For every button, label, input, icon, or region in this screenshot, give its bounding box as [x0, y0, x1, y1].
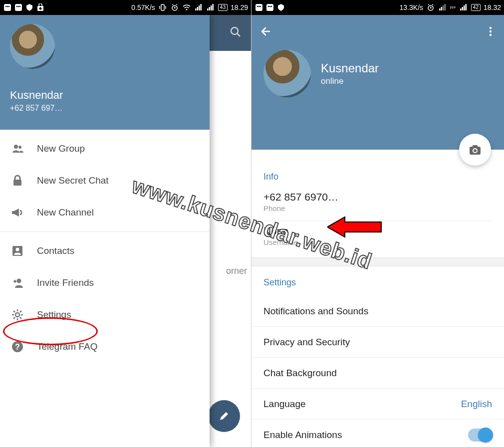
svg-line-40: [13, 317, 15, 319]
status-bar: 13.3K/s H+ 42 18.32: [252, 0, 504, 15]
row-value: English: [461, 399, 492, 410]
svg-rect-21: [209, 7, 210, 10]
alarm-icon: [426, 3, 435, 12]
menu-faq[interactable]: ? Telegram FAQ: [0, 331, 210, 363]
compose-fab[interactable]: [208, 400, 240, 432]
svg-point-49: [268, 6, 269, 7]
svg-line-13: [172, 4, 173, 5]
row-label: Language: [263, 399, 306, 410]
svg-point-47: [260, 6, 261, 7]
menu-contacts[interactable]: Contacts: [0, 235, 210, 267]
battery-level: 42: [471, 4, 481, 11]
svg-point-7: [19, 6, 21, 7]
bag-icon: [36, 3, 45, 12]
menu-label: New Group: [37, 143, 85, 154]
row-notifications[interactable]: Notifications and Sounds: [252, 296, 504, 327]
svg-point-32: [17, 279, 21, 283]
row-background[interactable]: Chat Background: [252, 358, 504, 389]
info-username[interactable]: None Username: [263, 221, 492, 254]
svg-rect-9: [161, 4, 164, 10]
signal-icon: [206, 3, 215, 12]
drawer-name: Kusnendar: [10, 89, 200, 102]
menu-new-channel[interactable]: New Channel: [0, 197, 210, 228]
svg-line-53: [428, 4, 429, 5]
svg-point-3: [8, 6, 10, 7]
menu-settings[interactable]: Settings: [0, 299, 210, 331]
phone-left: 0.57K/s 43 18.29 orner Kusnendar +62 857…: [0, 0, 252, 447]
svg-point-2: [7, 6, 8, 7]
menu-label: Invite Friends: [37, 277, 94, 288]
svg-rect-17: [197, 7, 198, 10]
drawer-phone: +62 857 697…: [10, 104, 200, 113]
info-label: Username: [263, 238, 492, 246]
info-value: None: [263, 225, 492, 237]
svg-point-46: [258, 6, 260, 7]
svg-rect-67: [473, 145, 478, 148]
svg-point-65: [490, 34, 492, 36]
svg-line-41: [20, 311, 21, 312]
hint-text: orner: [226, 264, 247, 277]
signal-icon: [194, 3, 203, 12]
svg-point-6: [18, 6, 19, 7]
status-bar: 0.57K/s 43 18.29: [0, 0, 251, 15]
search-icon[interactable]: [229, 25, 242, 40]
svg-rect-56: [441, 7, 443, 10]
net-speed: 0.57K/s: [131, 3, 155, 11]
svg-rect-60: [462, 7, 463, 10]
svg-point-15: [186, 9, 187, 10]
svg-point-26: [14, 145, 18, 149]
info-phone[interactable]: +62 857 6970… Phone: [263, 187, 492, 221]
signal-icon: [438, 3, 447, 12]
row-animations[interactable]: Enable Animations: [252, 420, 504, 447]
help-icon: ?: [11, 340, 37, 353]
back-button[interactable]: [259, 25, 272, 40]
bbm-icon: [265, 3, 274, 12]
svg-point-50: [269, 6, 271, 7]
menu-invite[interactable]: Invite Friends: [0, 267, 210, 299]
more-button[interactable]: [485, 26, 496, 39]
camera-icon: [468, 143, 482, 157]
invite-icon: [11, 276, 37, 290]
menu-new-group[interactable]: New Group: [0, 133, 210, 165]
svg-rect-4: [15, 4, 22, 11]
nav-drawer: Kusnendar +62 857 697… New Group New Sec…: [0, 15, 210, 447]
menu-secret-chat[interactable]: New Secret Chat: [0, 165, 210, 197]
bbm-icon: [254, 3, 263, 12]
profile-name: Kusnendar: [321, 61, 379, 75]
avatar[interactable]: [263, 50, 311, 97]
svg-point-33: [15, 313, 19, 317]
svg-point-27: [18, 146, 21, 149]
settings-header: Kusnendar online: [252, 15, 504, 150]
svg-rect-22: [211, 5, 212, 10]
clock: 18.32: [484, 3, 501, 11]
menu-label: Telegram FAQ: [37, 341, 97, 352]
svg-rect-62: [465, 4, 467, 10]
svg-point-45: [257, 6, 258, 7]
row-label: Notifications and Sounds: [263, 306, 368, 317]
camera-fab[interactable]: [459, 134, 491, 166]
profile-status: online: [321, 76, 379, 86]
toggle-switch[interactable]: [468, 429, 492, 442]
svg-rect-16: [195, 8, 197, 10]
section-title: Info: [263, 172, 492, 182]
row-privacy[interactable]: Privacy and Security: [252, 327, 504, 358]
svg-rect-18: [199, 5, 200, 10]
avatar[interactable]: [10, 24, 55, 69]
menu-separator: [0, 231, 210, 232]
svg-line-54: [432, 4, 433, 5]
svg-rect-0: [4, 4, 11, 11]
menu-label: New Channel: [37, 207, 94, 218]
row-language[interactable]: LanguageEnglish: [252, 389, 504, 420]
svg-rect-19: [200, 4, 202, 10]
wifi-icon: [182, 3, 191, 12]
drawer-header[interactable]: Kusnendar +62 857 697…: [0, 15, 210, 130]
svg-line-25: [237, 33, 240, 36]
svg-rect-29: [12, 211, 13, 214]
clock: 18.29: [231, 3, 248, 11]
svg-point-1: [5, 6, 7, 7]
svg-rect-59: [460, 8, 462, 10]
row-label: Privacy and Security: [263, 337, 350, 348]
svg-rect-23: [212, 4, 214, 10]
pencil-icon: [218, 410, 230, 422]
svg-point-69: [474, 149, 477, 152]
